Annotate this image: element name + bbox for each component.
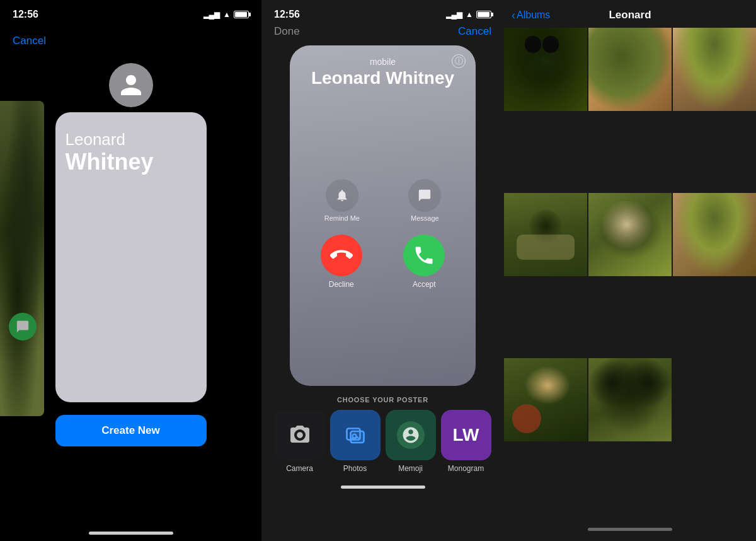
info-icon[interactable]: ⓘ [452, 54, 466, 68]
remind-me-circle [326, 179, 358, 212]
message-circle [408, 179, 441, 212]
memoji-icon-box [386, 410, 436, 460]
photo-cell-6[interactable] [673, 193, 756, 276]
decline-circle [321, 235, 362, 276]
monogram-icon-box: LW [441, 410, 491, 460]
frog-background-left [0, 101, 44, 416]
poster-option-camera[interactable]: Camera [275, 410, 325, 473]
poster-option-memoji[interactable]: Memoji [386, 410, 436, 473]
left-panel: 12:56 ▂▄▆ ▲ Cancel Leonard Whitney Creat… [0, 0, 261, 541]
back-button[interactable]: ‹ Albums [512, 9, 550, 21]
albums-label: Albums [517, 9, 550, 21]
signal-icon-mid: ▂▄▆ [446, 10, 463, 19]
poster-option-photos[interactable]: Photos [330, 410, 381, 473]
middle-panel: 12:56 ▂▄▆ ▲ Done Cancel ⓘ mobile Leonard… [261, 0, 504, 541]
cancel-button-mid[interactable]: Cancel [458, 25, 491, 38]
photo-grid [504, 28, 756, 522]
frog-photo-4 [504, 193, 587, 276]
photo-cell-4[interactable] [504, 193, 587, 276]
choose-poster-label: CHOOSE YOUR POSTER [337, 396, 428, 404]
camera-icon [289, 424, 311, 446]
status-time-mid: 12:56 [274, 9, 300, 20]
remind-message-row: Remind Me Message [300, 179, 466, 222]
avatar [109, 63, 153, 107]
call-card: ⓘ mobile Leonard Whitney Remind Me Me [290, 45, 476, 386]
signal-icon-left: ▂▄▆ [203, 10, 220, 19]
photo-cell-1[interactable] [504, 28, 587, 111]
right-footer [504, 522, 756, 541]
accept-button[interactable]: Accept [403, 235, 445, 289]
decline-accept-row: Decline Accept [300, 235, 466, 289]
right-header: ‹ Albums Leonard [504, 0, 756, 28]
home-indicator-right [588, 528, 672, 531]
status-icons-mid: ▂▄▆ ▲ [446, 10, 491, 19]
chevron-left-icon: ‹ [512, 9, 515, 21]
message-button-mid[interactable]: Message [408, 179, 441, 222]
create-new-label: Create New [101, 424, 160, 437]
decline-label: Decline [329, 280, 354, 289]
memoji-face [397, 421, 425, 449]
accept-phone-icon [413, 244, 435, 267]
status-icons-left: ▂▄▆ ▲ [203, 10, 249, 19]
photo-cell-2[interactable] [588, 28, 672, 111]
frog-photo-3 [673, 28, 756, 111]
contact-card: Leonard Whitney [55, 112, 207, 402]
call-type-label: mobile [370, 57, 396, 67]
status-time-left: 12:56 [13, 9, 38, 20]
memoji-option-label: Memoji [398, 464, 423, 473]
frog-photo-8 [588, 358, 672, 441]
page-title-right: Leonard [609, 9, 651, 21]
frog-photo-2 [588, 28, 672, 111]
chat-icon [418, 189, 432, 202]
wifi-icon-left: ▲ [223, 10, 231, 19]
frog-photo-7 [504, 358, 587, 441]
accept-label: Accept [413, 280, 436, 289]
home-indicator-left [89, 532, 173, 535]
memoji-icon [401, 426, 420, 445]
photos-icon [344, 424, 367, 446]
accept-circle [403, 235, 445, 276]
cancel-button-left[interactable]: Cancel [13, 35, 46, 47]
photo-cell-7[interactable] [504, 358, 587, 441]
home-indicator-mid [341, 486, 425, 489]
message-label: Message [411, 214, 439, 222]
battery-icon-mid [476, 11, 491, 18]
header-actions: Done Cancel [261, 25, 504, 38]
status-bar-mid: 12:56 ▂▄▆ ▲ [261, 0, 504, 25]
decline-phone-icon [330, 244, 353, 267]
photo-cell-5[interactable] [588, 193, 672, 276]
message-button-left[interactable] [9, 313, 37, 340]
photos-option-label: Photos [343, 464, 367, 473]
person-icon [118, 73, 144, 98]
status-bar-left: 12:56 ▂▄▆ ▲ [0, 0, 261, 25]
contact-last-name: Whitney [66, 149, 154, 175]
photos-icon-box [330, 410, 381, 460]
monogram-option-label: Monogram [448, 464, 484, 473]
frog-photo-5 [588, 193, 672, 276]
decline-button[interactable]: Decline [321, 235, 362, 289]
bell-icon [335, 189, 349, 202]
poster-options: Camera Photos [275, 410, 491, 473]
photo-cell-8[interactable] [588, 358, 672, 441]
wifi-icon-mid: ▲ [466, 10, 473, 19]
battery-icon-left [234, 11, 249, 18]
create-new-button[interactable]: Create New [55, 415, 207, 446]
frog-photo-6 [673, 193, 756, 276]
camera-option-label: Camera [286, 464, 313, 473]
call-contact-name: Leonard Whitney [311, 68, 454, 88]
remind-me-label: Remind Me [324, 214, 360, 222]
camera-icon-box [275, 410, 325, 460]
contact-first-name: Leonard [66, 130, 125, 149]
frog-photo-1 [504, 28, 587, 111]
poster-option-monogram[interactable]: LW Monogram [441, 410, 491, 473]
done-button[interactable]: Done [274, 25, 300, 38]
photo-cell-3[interactable] [673, 28, 756, 111]
right-panel: ‹ Albums Leonard [504, 0, 756, 541]
monogram-text: LW [453, 425, 479, 445]
remind-me-button[interactable]: Remind Me [324, 179, 360, 222]
